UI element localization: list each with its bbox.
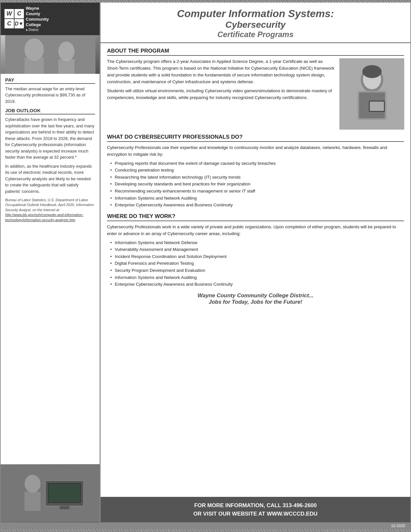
what-bullet-1: Preparing reports that document the exte… (110, 160, 404, 167)
svg-rect-0 (5, 35, 95, 74)
about-photo (339, 58, 404, 129)
what-bullet-6: Information Systems and Network Auditing (110, 195, 404, 202)
main-layout: W C C D▼ Wayne County Community College … (1, 3, 410, 522)
where-bullets-list: Information Systems and Network Defense … (110, 239, 404, 288)
sidebar-bottom-svg (1, 464, 100, 522)
about-paragraph-2: Students will utilize virtual environmen… (107, 88, 335, 101)
svg-point-19 (362, 65, 382, 78)
page-wrapper: W C C D▼ Wayne County Community College … (0, 0, 411, 532)
tagline-line2: Jobs for Today, Jobs for the Future! (107, 299, 404, 305)
logo-line-1: Wayne (26, 6, 49, 11)
svg-rect-11 (60, 506, 69, 509)
where-bullet-6: Information Systems and Network Auditing (110, 274, 404, 281)
where-bullet-4: Digital Forensics and Penetration Testin… (110, 260, 404, 267)
about-row: The Cybersecurity program offers a 2-yea… (107, 58, 404, 129)
what-bullet-4: Developing security standards and best p… (110, 181, 404, 188)
main-body: ABOUT THE PROGRAM The Cybersecurity prog… (101, 43, 410, 497)
logo-letter-w: W (5, 9, 14, 18)
what-bullet-3: Researching the latest information techn… (110, 174, 404, 181)
footer-bar: 10-2020 (1, 522, 410, 529)
logo-line-4: College (26, 22, 49, 28)
where-bullet-3: Incident Response Coordination and Solut… (110, 253, 404, 260)
sidebar-photo-svg (5, 35, 95, 74)
logo-area: W C C D▼ Wayne County Community College … (1, 3, 100, 35)
where-bullet-2: Vulnerability Assessment and Management (110, 246, 404, 253)
svg-point-7 (24, 475, 41, 493)
svg-rect-8 (24, 492, 41, 511)
where-bullet-5: Security Program Development and Evaluat… (110, 267, 404, 274)
cta-bar: FOR MORE INFORMATION, CALL 313-496-2600 … (101, 497, 410, 522)
footer-date: 10-2020 (391, 524, 405, 528)
where-bullet-1: Information Systems and Network Defense (110, 239, 404, 246)
svg-rect-21 (370, 102, 384, 111)
main-content: Computer Information Systems: Cybersecur… (101, 3, 410, 522)
logo-letters-grid: W C C D▼ (5, 9, 24, 28)
svg-point-3 (58, 42, 74, 61)
what-intro: Cybersecurity Professionals use their ex… (107, 144, 404, 158)
where-heading: WHERE DO THEY WORK? (107, 213, 404, 221)
about-paragraph-1: The Cybersecurity program offers a 2-yea… (107, 58, 335, 85)
where-bullet-7: Enterprise Cybersecurity Awareness and B… (110, 281, 404, 288)
sidebar-content: PAY The median annual wage for an entry-… (1, 74, 100, 464)
sidebar-top-photo (1, 35, 100, 74)
about-heading: ABOUT THE PROGRAM (107, 48, 404, 56)
citation-body: Bureau of Labor Statistics, U.S. Departm… (5, 198, 94, 212)
what-bullets-list: Preparing reports that document the exte… (110, 160, 404, 209)
sidebar-photo-graphic (1, 35, 100, 74)
main-header: Computer Information Systems: Cybersecur… (101, 3, 410, 43)
pay-text: The median annual wage for an entry-leve… (5, 86, 95, 105)
what-heading: WHAT DO CYBERSECURITY PROFESSIONALS DO? (107, 134, 404, 142)
logo-line-5: ● District (26, 28, 49, 32)
what-bullet-5: Recommending security enhancements to ma… (110, 188, 404, 195)
about-text-block: The Cybersecurity program offers a 2-yea… (107, 58, 335, 129)
main-title-line2: Cybersecurity (107, 20, 404, 30)
main-title-line3: Certificate Programs (107, 30, 404, 39)
logo-line-2: County (26, 11, 49, 17)
svg-point-1 (24, 38, 44, 61)
wcccd-logo: W C C D▼ Wayne County Community College … (5, 6, 49, 32)
outlook-text-1: Cyberattacks have grown in frequency and… (5, 116, 95, 161)
logo-line-3: Community (26, 17, 49, 22)
what-bullet-2: Conducting penetration testing (110, 167, 404, 174)
stripe-bottom-border (1, 529, 410, 531)
logo-letter-d: D▼ (15, 19, 24, 28)
citation-link[interactable]: http://www.bls.gov/ooh/computer-and-info… (5, 213, 83, 222)
outlook-text-2: In addition, as the healthcare industry … (5, 163, 95, 195)
what-bullet-7: Enterprise Cybersecurity Awareness and B… (110, 202, 404, 209)
where-intro: Cybersecurity Professionals work in a wi… (107, 224, 404, 237)
cta-line2: OR VISIT OUR WEBSITE AT WWW.WCCCD.EDU (104, 510, 407, 518)
tagline: Wayne County Community College District.… (107, 292, 404, 305)
svg-rect-2 (24, 58, 44, 74)
left-sidebar: W C C D▼ Wayne County Community College … (1, 3, 101, 522)
cta-line1: FOR MORE INFORMATION, CALL 313-496-2600 (104, 501, 407, 510)
logo-letter-c2: C (5, 19, 14, 28)
tagline-line1: Wayne County Community College District.… (107, 292, 404, 299)
logo-letter-c1: C (15, 9, 24, 18)
sidebar-bottom-photo (1, 464, 100, 522)
pay-title: PAY (5, 77, 95, 84)
outlook-title: JOB OUTLOOK (5, 108, 95, 114)
main-title-line1: Computer Information Systems: (107, 8, 404, 20)
svg-rect-4 (58, 59, 74, 74)
about-photo-svg (340, 59, 404, 130)
logo-text: Wayne County Community College ● Distric… (26, 6, 49, 32)
citation-text: Bureau of Labor Statistics, U.S. Departm… (5, 198, 95, 222)
svg-rect-12 (49, 484, 81, 502)
